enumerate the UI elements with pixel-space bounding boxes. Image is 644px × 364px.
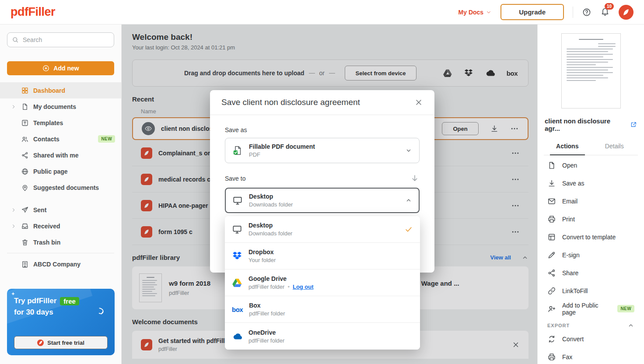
document-preview-thumbnail[interactable] — [561, 33, 621, 108]
sidebar-item-label: Templates — [33, 119, 63, 126]
sidebar-nav: Dashboard My documents Templates Contact… — [0, 82, 121, 272]
chevron-right-icon[interactable] — [10, 104, 17, 110]
action-print[interactable]: Print — [544, 210, 638, 228]
sidebar-item-label: ABCD Company — [33, 261, 80, 268]
dropdown-option-desktop[interactable]: Desktop Downloads folder — [225, 216, 420, 243]
sidebar-item-templates[interactable]: Templates — [0, 115, 121, 131]
chevron-up-icon — [405, 197, 412, 204]
avatar[interactable] — [619, 5, 634, 20]
envelope-icon — [547, 197, 556, 206]
upgrade-button[interactable]: Upgrade — [500, 4, 564, 20]
header-divider — [573, 7, 573, 18]
modal-body: Save as Fillable PDF document PDF Save t… — [210, 115, 434, 213]
dropdown-option-onedrive[interactable]: OneDrive pdfFiller folder — [225, 323, 420, 350]
sidebar-item-received[interactable]: Received — [0, 218, 121, 234]
collapse-chevron-icon[interactable] — [627, 322, 634, 329]
sidebar-item-label: My documents — [33, 103, 76, 110]
option-title: Box — [249, 302, 285, 309]
sidebar-item-dashboard[interactable]: Dashboard — [0, 82, 121, 98]
dropdown-option-box[interactable]: box Box pdfFiller folder — [225, 296, 420, 323]
save-to-label: Save to — [225, 175, 245, 182]
close-icon[interactable] — [414, 98, 423, 107]
external-link-icon[interactable] — [630, 121, 637, 128]
export-label: EXPORT — [547, 323, 570, 328]
log-out-link[interactable]: Log out — [293, 284, 314, 290]
sidebar-item-my-documents[interactable]: My documents — [0, 98, 121, 115]
tab-actions[interactable]: Actions — [544, 138, 591, 155]
building-icon — [21, 260, 29, 268]
sidebar-item-trash-bin[interactable]: Trash bin — [0, 234, 121, 250]
notifications-bell[interactable]: 10 — [600, 7, 610, 18]
start-free-trial-label: Start free trial — [47, 340, 84, 346]
document-details-panel: client non disclosure agr... Actions Det… — [537, 24, 644, 364]
format-select[interactable]: Fillable PDF document PDF — [225, 138, 420, 163]
help-icon[interactable] — [582, 7, 592, 17]
action-label: Save as — [562, 180, 584, 187]
option-subtitle: Your folder — [248, 257, 276, 263]
action-convert-to-template[interactable]: Convert to template — [544, 228, 638, 246]
link-icon — [547, 287, 556, 295]
search-box[interactable] — [7, 32, 114, 47]
dropdown-option-google-drive[interactable]: Google Drive pdfFiller folder • Log out — [225, 270, 420, 296]
my-docs-menu[interactable]: My Docs — [458, 9, 492, 16]
nav-divider — [7, 253, 114, 253]
template-icon — [21, 119, 29, 127]
action-convert[interactable]: Convert — [544, 330, 638, 348]
new-badge: NEW — [98, 135, 115, 143]
promo-title-text: Try pdfFiller — [14, 297, 56, 305]
chevron-down-icon — [405, 147, 412, 154]
sidebar-item-label: Trash bin — [33, 239, 60, 246]
sidebar-item-suggested-documents[interactable]: Suggested documents — [0, 179, 121, 196]
sidebar-item-shared-with-me[interactable]: Shared with me — [0, 147, 121, 163]
contacts-icon — [21, 135, 29, 143]
convert-icon — [547, 335, 556, 343]
format-subtitle: PDF — [249, 151, 315, 158]
option-subtitle: Downloads folder — [248, 230, 292, 237]
search-input[interactable] — [23, 36, 109, 43]
sidebar-item-sent[interactable]: Sent — [0, 202, 121, 218]
option-texts: OneDrive pdfFiller folder — [248, 329, 284, 344]
action-e-sign[interactable]: E-sign — [544, 246, 638, 264]
template-icon — [547, 233, 556, 242]
sidebar-item-public-page[interactable]: Public page — [0, 163, 121, 179]
option-subtitle: pdfFiller folder — [248, 337, 284, 344]
dropdown-option-dropbox[interactable]: Dropbox Your folder — [225, 243, 420, 270]
panel-doc-title-row: client non disclosure agr... — [544, 117, 638, 132]
download-icon — [547, 179, 556, 188]
action-open[interactable]: Open — [544, 156, 638, 174]
save-to-label-row: Save to — [225, 174, 420, 183]
panel-tabs: Actions Details — [544, 138, 638, 155]
destination-select[interactable]: Desktop Downloads folder — [225, 188, 420, 213]
tab-details[interactable]: Details — [591, 138, 638, 155]
option-title: Desktop — [248, 222, 292, 229]
save-to-block: Save to Desktop Downloads folder — [225, 174, 420, 213]
fax-icon — [547, 353, 556, 361]
search-icon — [12, 36, 19, 43]
printer-icon — [547, 215, 556, 224]
action-add-to-public-page[interactable]: Add to Public page NEW — [544, 300, 638, 318]
desktop-icon — [232, 195, 243, 206]
start-free-trial-button[interactable]: Start free trial — [14, 336, 108, 349]
sidebar-item-abcd-company[interactable]: ABCD Company — [0, 256, 121, 272]
share-icon — [21, 151, 29, 159]
notification-count-badge: 10 — [605, 3, 614, 10]
action-save-as[interactable]: Save as — [544, 174, 638, 192]
sidebar-item-contacts[interactable]: Contacts NEW — [0, 131, 121, 147]
pdffiller-logo[interactable]: pdfFiller — [10, 5, 55, 19]
pin-icon — [21, 184, 29, 192]
action-linktofill[interactable]: LinkToFill — [544, 282, 638, 300]
action-label: Convert — [562, 336, 584, 343]
action-email[interactable]: Email — [544, 192, 638, 210]
option-texts: Desktop Downloads folder — [248, 222, 292, 237]
top-header: pdfFiller My Docs Upgrade 10 — [0, 0, 644, 24]
chevron-right-icon[interactable] — [10, 223, 17, 229]
promo-title-text2: for 30 days — [14, 308, 53, 317]
action-share[interactable]: Share — [544, 264, 638, 282]
inbox-icon — [21, 222, 29, 230]
desktop-icon — [232, 224, 242, 234]
chevron-right-icon[interactable] — [10, 207, 17, 213]
destination-subtitle: Downloads folder — [249, 201, 293, 208]
add-new-button[interactable]: Add new — [7, 61, 114, 75]
action-fax[interactable]: Fax — [544, 348, 638, 364]
sidebar-item-label: Sent — [33, 206, 46, 214]
